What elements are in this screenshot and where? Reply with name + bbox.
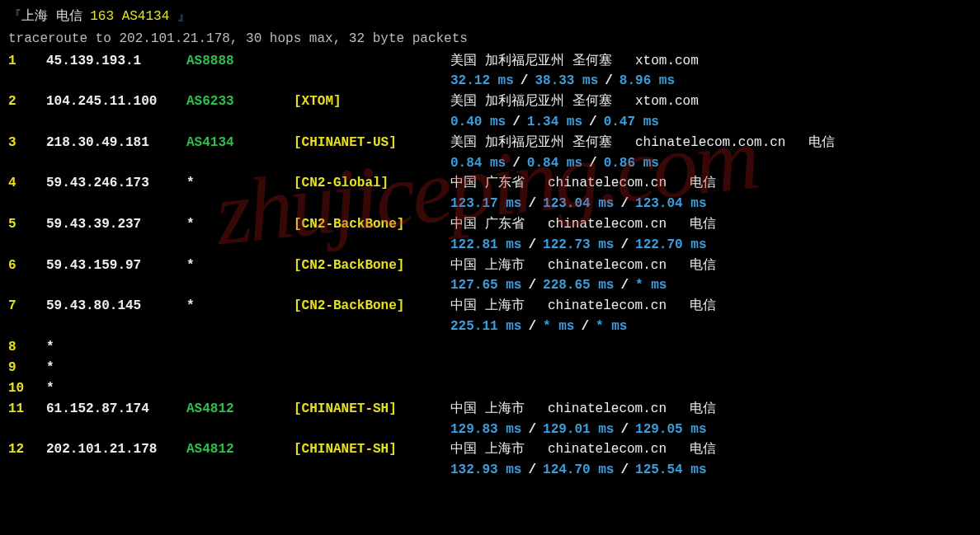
hop-country: 中国 [450,296,477,317]
hop-region: 加利福尼亚州 [485,92,564,112]
hop-network: [CN2-Global] [294,173,450,194]
hop-region: 加利福尼亚州 [485,51,564,72]
header-asn-num: 163 [90,9,114,24]
latency-separator: / [605,71,613,92]
latency-value: 129.83 ms [450,420,521,440]
hop-asn: AS8888 [186,51,294,72]
hop-country: 美国 [450,51,477,72]
header-asn: AS4134 [122,9,170,24]
latency-separator: / [528,275,536,296]
hop-isp: 电信 [690,173,716,194]
hop-latency: 0.40 ms/1.34 ms/0.47 ms [450,112,972,133]
hop-details: 中国上海市chinatelecom.cn电信129.83 ms/129.01 m… [450,399,972,440]
hop-row: 559.43.39.237*[CN2-BackBone]中国广东省chinate… [8,214,972,256]
hop-asn: AS6233 [186,92,294,112]
hop-row: 3218.30.49.181AS4134[CHINANET-US]美国加利福尼亚… [8,133,972,174]
latency-separator: / [581,317,589,337]
hop-city: 圣何塞 [572,51,612,72]
hop-details: 中国上海市chinatelecom.cn电信132.93 ms/124.70 m… [450,439,972,481]
hop-number: 10 [8,378,46,399]
hop-domain: chinatelecom.com.cn [635,133,785,153]
latency-value: 122.70 ms [635,235,706,256]
latency-separator: / [521,71,529,92]
hop-number: 3 [8,133,46,153]
hop-network: [CN2-BackBone] [294,296,450,317]
latency-separator: / [512,112,521,133]
latency-value: 0.40 ms [450,112,506,133]
hop-domain: chinatelecom.cn [548,173,667,194]
hop-country: 中国 [450,399,477,420]
latency-value: 32.12 ms [450,71,514,92]
latency-separator: / [620,194,629,214]
latency-separator: / [589,153,597,174]
hop-location: 美国加利福尼亚州圣何塞xtom.com [450,92,972,112]
latency-value: 38.33 ms [535,71,598,92]
hop-asn: * [186,256,294,276]
latency-separator: / [620,420,629,440]
latency-value: 1.34 ms [527,112,582,133]
hop-network: [CHINANET-SH] [294,399,450,420]
hop-latency: 127.65 ms/228.65 ms/* ms [450,275,972,296]
latency-value: 129.01 ms [543,420,614,440]
latency-value: 127.65 ms [450,275,521,296]
hop-row: 659.43.159.97*[CN2-BackBone]中国上海市chinate… [8,256,972,297]
latency-value: 123.17 ms [450,194,521,214]
hop-ip: 218.30.49.181 [46,133,186,153]
hop-country: 中国 [450,256,477,276]
hop-country: 中国 [450,214,477,235]
bracket-close: 』 [177,9,191,24]
hop-row: 459.43.246.173*[CN2-Global]中国广东省chinatel… [8,173,972,214]
latency-separator: / [528,317,536,337]
hop-details: 美国加利福尼亚州圣何塞chinatelecom.com.cn电信0.84 ms/… [450,133,972,174]
hop-number: 8 [8,337,46,358]
hop-row: 12202.101.21.178AS4812[CHINANET-SH]中国上海市… [8,439,972,481]
hop-number: 5 [8,214,46,235]
latency-separator: / [528,194,536,214]
trace-header: 『上海 电信 163 AS4134 』 [8,7,972,27]
hop-domain: chinatelecom.cn [548,296,667,317]
hop-ip: 45.139.193.1 [46,51,186,72]
hop-region: 广东省 [485,214,525,235]
latency-value: * ms [543,317,574,337]
hop-number: 2 [8,92,46,112]
hop-isp: 电信 [690,296,716,317]
latency-separator: / [528,460,536,481]
hop-ip: 61.152.87.174 [46,399,186,420]
hop-region: 加利福尼亚州 [485,133,564,153]
latency-value: 8.96 ms [620,71,675,92]
hop-region: 上海市 [485,439,525,460]
hop-network: [CHINANET-US] [294,133,450,153]
latency-value: 0.86 ms [604,153,659,174]
hop-asn: * [186,296,294,317]
hop-latency: 132.93 ms/124.70 ms/125.54 ms [450,460,972,481]
hop-network: [CHINANET-SH] [294,439,450,460]
hop-domain: xtom.com [635,51,699,72]
hop-row: 759.43.80.145*[CN2-BackBone]中国上海市chinate… [8,296,972,337]
hop-domain: chinatelecom.cn [548,439,667,460]
hop-location: 中国上海市chinatelecom.cn电信 [450,399,972,420]
hop-ip: * [46,378,186,399]
hop-isp: 电信 [808,133,835,153]
hop-ip: 202.101.21.178 [46,439,186,460]
trace-command: traceroute to 202.101.21.178, 30 hops ma… [8,29,972,49]
hop-number: 4 [8,173,46,194]
hop-row: 145.139.193.1AS8888美国加利福尼亚州圣何塞xtom.com32… [8,51,972,92]
latency-value: 228.65 ms [543,275,614,296]
latency-value: 125.54 ms [635,460,706,481]
hop-asn: AS4812 [186,439,294,460]
hop-region: 上海市 [485,296,525,317]
hop-details: 中国广东省chinatelecom.cn电信122.81 ms/122.73 m… [450,214,972,256]
bracket-open: 『 [8,9,21,24]
hop-network: [CN2-BackBone] [294,214,450,235]
hop-number: 7 [8,296,46,317]
hop-details: 中国上海市chinatelecom.cn电信225.11 ms/* ms/* m… [450,296,972,337]
hop-country: 中国 [450,173,477,194]
hop-asn: * [186,173,294,194]
hop-city: 圣何塞 [572,92,612,112]
latency-value: 129.05 ms [635,420,706,440]
latency-separator: / [528,235,536,256]
hop-latency: 122.81 ms/122.73 ms/122.70 ms [450,235,972,256]
hop-latency: 123.17 ms/123.04 ms/123.04 ms [450,194,972,214]
hop-region: 广东省 [485,173,525,194]
hop-location: 中国上海市chinatelecom.cn电信 [450,256,972,276]
